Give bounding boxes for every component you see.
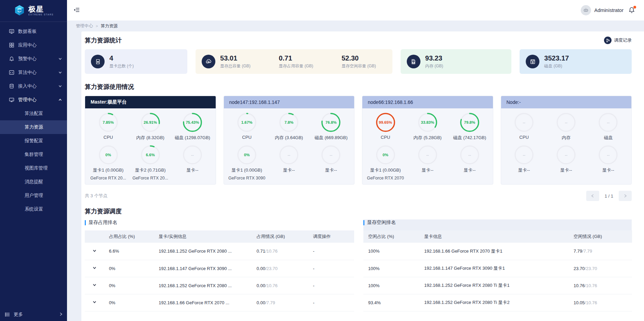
gauge-percent: 6.6% xyxy=(140,145,160,165)
usage-gauge: 1.67% xyxy=(237,112,257,132)
sidebar-subitem-4[interactable]: 视图库管理 xyxy=(0,161,67,175)
sidebar-subitem-2[interactable]: 报警配置 xyxy=(0,134,67,148)
cloud-icon xyxy=(202,55,215,68)
stat-label: 显存空闲容量 (GB) xyxy=(341,63,376,69)
schedule-records-icon xyxy=(604,37,612,44)
gauge-col: -- 显卡-- xyxy=(545,145,587,180)
gauge-percent: 79.8% xyxy=(460,112,480,132)
notifications-bell-icon[interactable] xyxy=(628,6,636,14)
gauge-col: 0% 显卡1 (0.00GB) GeForce RTX 3090 xyxy=(226,145,268,180)
row-expand-icon[interactable] xyxy=(92,283,97,288)
column-header: 占用情况 (GB) xyxy=(252,230,308,243)
sidebar-collapse-icon[interactable] xyxy=(73,6,81,14)
gauge-label: 显卡1 (0.00GB) xyxy=(93,167,124,173)
stat-label: 显存占用容量 (GB) xyxy=(279,63,313,69)
free-row-0: 100% 192.168.1.66 GeForce RTX 2070 显卡1 7… xyxy=(363,243,632,260)
usage-gauge: 7.8% xyxy=(279,112,299,132)
gauge-col: -- CPU xyxy=(503,112,545,141)
chevron-down-icon xyxy=(58,84,62,88)
usage-gauge: 79.8% xyxy=(460,112,480,132)
stat-value: 52.30 xyxy=(341,54,376,62)
sidebar-subitem-7[interactable]: 系统设置 xyxy=(0,202,67,216)
gauge-label: 显卡-- xyxy=(560,167,572,173)
occupied-rank-subtitle: 显存占用排名 xyxy=(85,219,354,226)
schedule-records-button[interactable]: 调度记录 xyxy=(604,37,632,44)
row-expand-icon[interactable] xyxy=(92,249,97,254)
node-card-1: node147:192.168.1.147 1.67% CPU 7.8% 内存 … xyxy=(224,96,355,185)
node-card-title: Node:- xyxy=(501,96,632,108)
brand-name: 极星 xyxy=(28,5,54,13)
occupied-percent: 0% xyxy=(104,294,154,311)
next-page-button[interactable] xyxy=(619,191,632,201)
brand-logo: 极星 EXTREME STARS xyxy=(0,0,67,22)
gpu-model-label: GeForce RTX 2070 xyxy=(367,176,404,180)
gauge-col: -- 磁盘 xyxy=(587,112,629,141)
row-expand-icon[interactable] xyxy=(92,266,97,271)
gauge-label: 磁盘 (1298.07GB) xyxy=(175,135,210,141)
usage-gauge: -- xyxy=(183,145,202,165)
usage-gauge: -- xyxy=(279,145,299,165)
gauge-percent: -- xyxy=(556,112,576,132)
brand-cube-icon xyxy=(13,4,26,18)
stat-value: 53.01 xyxy=(220,54,251,62)
chevron-up-icon xyxy=(58,98,62,102)
sidebar-item-0[interactable]: 数据看板 xyxy=(0,25,67,38)
stat-label: 磁盘 (GB) xyxy=(544,63,569,69)
row-expand-icon[interactable] xyxy=(92,300,97,305)
gauge-col: 0% 显卡1 (0.00GB) GeForce RTX 20... xyxy=(87,145,129,180)
sidebar-item-more[interactable]: 更多 xyxy=(0,308,67,321)
node-card-title: node147:192.168.1.147 xyxy=(224,96,354,108)
gauge-label: 显卡-- xyxy=(325,167,337,173)
page-indicator: 1 / 1 xyxy=(605,193,613,199)
usage-gauge: 6.6% xyxy=(140,145,160,165)
usage-gauge: 99.65% xyxy=(376,112,395,132)
schedule-operation: - xyxy=(308,260,354,277)
gpu-instance-info: 192.168.1.252 GeForce RTX 2080 ... xyxy=(154,277,252,294)
sidebar-subitem-1[interactable]: 算力资源 xyxy=(0,120,67,134)
gauge-col: 33.83% 内存 (5.28GB) xyxy=(406,112,448,141)
gauge-percent: 7.85% xyxy=(98,112,118,132)
node-card-2: node66:192.168.1.66 99.65% CPU 33.83% 内存… xyxy=(362,96,493,185)
occupied-rank-table: 占用占比 (%)显卡/实例信息占用情况 (GB)调度操作 6.6% 192.16… xyxy=(85,230,354,311)
sidebar-item-4[interactable]: 接入中心 xyxy=(0,79,67,93)
gauge-percent: 99.65% xyxy=(376,112,395,132)
gauge-label: 显卡-- xyxy=(464,167,476,173)
gauge-percent: -- xyxy=(514,112,534,132)
stat-label: 显存总容量 (GB) xyxy=(220,63,251,69)
occupied-amount: 0.00/10.76 xyxy=(252,277,308,294)
sidebar-item-3[interactable]: 算法中心 xyxy=(0,66,67,79)
gauge-label: CPU xyxy=(242,135,251,140)
stat-card-0: 4 显卡总数 (个) xyxy=(85,49,187,74)
gpu-model-label xyxy=(427,176,428,180)
free-amount: 10.05/10.76 xyxy=(569,294,632,311)
chevron-none-icon xyxy=(58,29,62,34)
usage-gauge: 33.83% xyxy=(418,112,438,132)
occupied-amount: 0.00/7.79 xyxy=(252,294,308,311)
gauge-label: 内存 (5.28GB) xyxy=(414,135,442,141)
sidebar-subitem-6[interactable]: 用户管理 xyxy=(0,189,67,202)
gauge-col: -- 显卡-- xyxy=(448,145,491,180)
accent-bar xyxy=(363,220,364,225)
gpu-model-label: GeForce RTX 3090 xyxy=(228,176,265,180)
sidebar-subitem-0[interactable]: 算法配置 xyxy=(0,107,67,120)
gauge-percent: 0% xyxy=(376,145,395,165)
user-menu[interactable]: Administrator xyxy=(581,5,623,15)
gpu-info: 192.168.1.252 GeForce RTX 2080 Ti 显卡2 xyxy=(419,294,569,311)
sidebar-item-2[interactable]: 预警中心 xyxy=(0,52,67,66)
usage-gauge: -- xyxy=(598,145,618,165)
breadcrumb-parent[interactable]: 管理中心 xyxy=(76,23,93,29)
free-row-1: 100% 192.168.1.147 GeForce RTX 3090 显卡1 … xyxy=(363,260,632,277)
more-lines-icon xyxy=(5,312,10,317)
dashboard-icon xyxy=(9,29,14,34)
prev-page-button[interactable] xyxy=(586,191,599,201)
usage-gauge: 26.91% xyxy=(140,112,160,132)
chevron-right-icon xyxy=(59,312,63,317)
gauge-percent: -- xyxy=(460,145,480,165)
gauge-col: 1.67% CPU xyxy=(226,112,268,141)
gauge-label: 显卡-- xyxy=(518,167,530,173)
sidebar-subitem-3[interactable]: 集群管理 xyxy=(0,148,67,161)
gauge-label: 内存 (8.32GB) xyxy=(136,135,164,141)
sidebar-item-1[interactable]: 应用中心 xyxy=(0,38,67,52)
sidebar-item-5[interactable]: 管理中心 xyxy=(0,93,67,107)
sidebar-subitem-5[interactable]: 消息提醒 xyxy=(0,175,67,189)
